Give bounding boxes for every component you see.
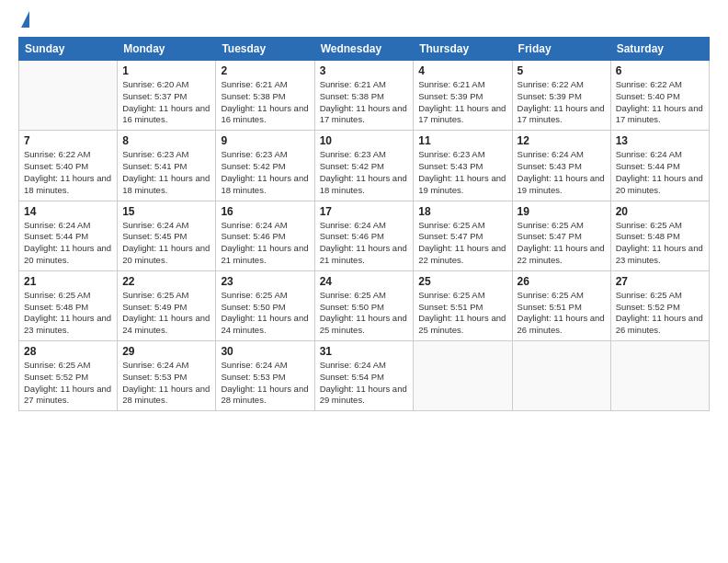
day-cell: 30Sunrise: 6:24 AM Sunset: 5:53 PM Dayli…	[216, 341, 314, 411]
day-cell: 19Sunrise: 6:25 AM Sunset: 5:47 PM Dayli…	[512, 201, 610, 270]
day-number: 21	[24, 275, 112, 288]
day-cell	[512, 341, 610, 411]
day-info: Sunrise: 6:22 AM Sunset: 5:39 PM Dayligh…	[518, 79, 606, 126]
day-cell: 5Sunrise: 6:22 AM Sunset: 5:39 PM Daylig…	[512, 61, 610, 131]
day-cell: 20Sunrise: 6:25 AM Sunset: 5:48 PM Dayli…	[610, 201, 709, 270]
day-info: Sunrise: 6:25 AM Sunset: 5:50 PM Dayligh…	[221, 290, 309, 337]
day-number: 30	[221, 345, 309, 358]
day-info: Sunrise: 6:25 AM Sunset: 5:52 PM Dayligh…	[24, 360, 112, 407]
day-info: Sunrise: 6:25 AM Sunset: 5:50 PM Dayligh…	[320, 290, 409, 337]
day-cell	[610, 341, 709, 411]
day-number: 6	[616, 64, 704, 77]
week-row-4: 21Sunrise: 6:25 AM Sunset: 5:48 PM Dayli…	[19, 270, 710, 340]
day-info: Sunrise: 6:25 AM Sunset: 5:48 PM Dayligh…	[24, 290, 112, 337]
day-number: 25	[418, 275, 506, 288]
week-row-2: 7Sunrise: 6:22 AM Sunset: 5:40 PM Daylig…	[19, 131, 710, 201]
day-cell: 14Sunrise: 6:24 AM Sunset: 5:44 PM Dayli…	[19, 201, 118, 270]
day-cell: 27Sunrise: 6:25 AM Sunset: 5:52 PM Dayli…	[610, 270, 709, 340]
day-number: 24	[320, 275, 409, 288]
day-cell: 17Sunrise: 6:24 AM Sunset: 5:46 PM Dayli…	[314, 201, 414, 270]
day-cell: 21Sunrise: 6:25 AM Sunset: 5:48 PM Dayli…	[19, 270, 118, 340]
day-cell: 2Sunrise: 6:21 AM Sunset: 5:38 PM Daylig…	[216, 61, 314, 131]
day-info: Sunrise: 6:23 AM Sunset: 5:42 PM Dayligh…	[221, 149, 309, 196]
day-number: 23	[221, 275, 309, 288]
day-number: 18	[418, 205, 506, 218]
page: SundayMondayTuesdayWednesdayThursdayFrid…	[0, 0, 728, 563]
day-cell	[19, 61, 118, 131]
day-cell: 11Sunrise: 6:23 AM Sunset: 5:43 PM Dayli…	[414, 131, 512, 201]
day-number: 12	[518, 134, 606, 147]
day-number: 1	[122, 64, 210, 77]
day-info: Sunrise: 6:24 AM Sunset: 5:53 PM Dayligh…	[221, 360, 309, 407]
column-header-wednesday: Wednesday	[314, 38, 414, 61]
day-info: Sunrise: 6:25 AM Sunset: 5:52 PM Dayligh…	[616, 290, 704, 337]
day-number: 20	[616, 205, 704, 218]
day-cell: 22Sunrise: 6:25 AM Sunset: 5:49 PM Dayli…	[118, 270, 216, 340]
day-cell: 4Sunrise: 6:21 AM Sunset: 5:39 PM Daylig…	[414, 61, 512, 131]
day-number: 29	[122, 345, 210, 358]
day-number: 14	[24, 205, 112, 218]
day-number: 2	[221, 64, 309, 77]
day-info: Sunrise: 6:22 AM Sunset: 5:40 PM Dayligh…	[24, 149, 112, 196]
day-info: Sunrise: 6:25 AM Sunset: 5:47 PM Dayligh…	[518, 220, 606, 267]
column-header-monday: Monday	[118, 38, 216, 61]
day-number: 19	[518, 205, 606, 218]
day-number: 28	[24, 345, 112, 358]
column-header-friday: Friday	[512, 38, 610, 61]
column-header-sunday: Sunday	[19, 38, 118, 61]
column-header-tuesday: Tuesday	[216, 38, 314, 61]
day-info: Sunrise: 6:25 AM Sunset: 5:49 PM Dayligh…	[122, 290, 210, 337]
day-info: Sunrise: 6:23 AM Sunset: 5:43 PM Dayligh…	[418, 149, 506, 196]
day-info: Sunrise: 6:25 AM Sunset: 5:48 PM Dayligh…	[616, 220, 704, 267]
day-info: Sunrise: 6:21 AM Sunset: 5:39 PM Dayligh…	[418, 79, 506, 126]
day-cell: 6Sunrise: 6:22 AM Sunset: 5:40 PM Daylig…	[610, 61, 709, 131]
day-info: Sunrise: 6:24 AM Sunset: 5:43 PM Dayligh…	[518, 149, 606, 196]
week-row-1: 1Sunrise: 6:20 AM Sunset: 5:37 PM Daylig…	[19, 61, 710, 131]
day-cell: 13Sunrise: 6:24 AM Sunset: 5:44 PM Dayli…	[610, 131, 709, 201]
day-number: 7	[24, 134, 112, 147]
day-number: 31	[320, 345, 409, 358]
day-cell: 26Sunrise: 6:25 AM Sunset: 5:51 PM Dayli…	[512, 270, 610, 340]
day-number: 11	[418, 134, 506, 147]
day-cell: 28Sunrise: 6:25 AM Sunset: 5:52 PM Dayli…	[19, 341, 118, 411]
day-cell: 23Sunrise: 6:25 AM Sunset: 5:50 PM Dayli…	[216, 270, 314, 340]
day-cell: 10Sunrise: 6:23 AM Sunset: 5:42 PM Dayli…	[314, 131, 414, 201]
day-number: 17	[320, 205, 409, 218]
day-cell: 7Sunrise: 6:22 AM Sunset: 5:40 PM Daylig…	[19, 131, 118, 201]
day-info: Sunrise: 6:23 AM Sunset: 5:42 PM Dayligh…	[320, 149, 409, 196]
day-number: 10	[320, 134, 409, 147]
day-info: Sunrise: 6:21 AM Sunset: 5:38 PM Dayligh…	[320, 79, 409, 126]
column-header-saturday: Saturday	[610, 38, 709, 61]
logo-triangle-icon	[21, 11, 29, 28]
day-number: 8	[122, 134, 210, 147]
day-number: 9	[221, 134, 309, 147]
day-info: Sunrise: 6:25 AM Sunset: 5:51 PM Dayligh…	[518, 290, 606, 337]
day-cell: 24Sunrise: 6:25 AM Sunset: 5:50 PM Dayli…	[314, 270, 414, 340]
day-info: Sunrise: 6:20 AM Sunset: 5:37 PM Dayligh…	[122, 79, 210, 126]
day-info: Sunrise: 6:24 AM Sunset: 5:44 PM Dayligh…	[616, 149, 704, 196]
day-number: 16	[221, 205, 309, 218]
day-cell: 15Sunrise: 6:24 AM Sunset: 5:45 PM Dayli…	[118, 201, 216, 270]
day-number: 27	[616, 275, 704, 288]
day-cell: 3Sunrise: 6:21 AM Sunset: 5:38 PM Daylig…	[314, 61, 414, 131]
day-number: 15	[122, 205, 210, 218]
day-number: 4	[418, 64, 506, 77]
day-cell	[414, 341, 512, 411]
day-number: 13	[616, 134, 704, 147]
day-number: 5	[518, 64, 606, 77]
column-header-thursday: Thursday	[414, 38, 512, 61]
day-info: Sunrise: 6:22 AM Sunset: 5:40 PM Dayligh…	[616, 79, 704, 126]
header	[18, 15, 710, 28]
day-number: 3	[320, 64, 409, 77]
day-cell: 29Sunrise: 6:24 AM Sunset: 5:53 PM Dayli…	[118, 341, 216, 411]
day-info: Sunrise: 6:21 AM Sunset: 5:38 PM Dayligh…	[221, 79, 309, 126]
day-cell: 9Sunrise: 6:23 AM Sunset: 5:42 PM Daylig…	[216, 131, 314, 201]
week-row-3: 14Sunrise: 6:24 AM Sunset: 5:44 PM Dayli…	[19, 201, 710, 270]
day-cell: 12Sunrise: 6:24 AM Sunset: 5:43 PM Dayli…	[512, 131, 610, 201]
day-info: Sunrise: 6:24 AM Sunset: 5:53 PM Dayligh…	[122, 360, 210, 407]
day-info: Sunrise: 6:25 AM Sunset: 5:47 PM Dayligh…	[418, 220, 506, 267]
day-number: 26	[518, 275, 606, 288]
day-info: Sunrise: 6:24 AM Sunset: 5:46 PM Dayligh…	[221, 220, 309, 267]
day-info: Sunrise: 6:25 AM Sunset: 5:51 PM Dayligh…	[418, 290, 506, 337]
day-info: Sunrise: 6:24 AM Sunset: 5:54 PM Dayligh…	[320, 360, 409, 407]
